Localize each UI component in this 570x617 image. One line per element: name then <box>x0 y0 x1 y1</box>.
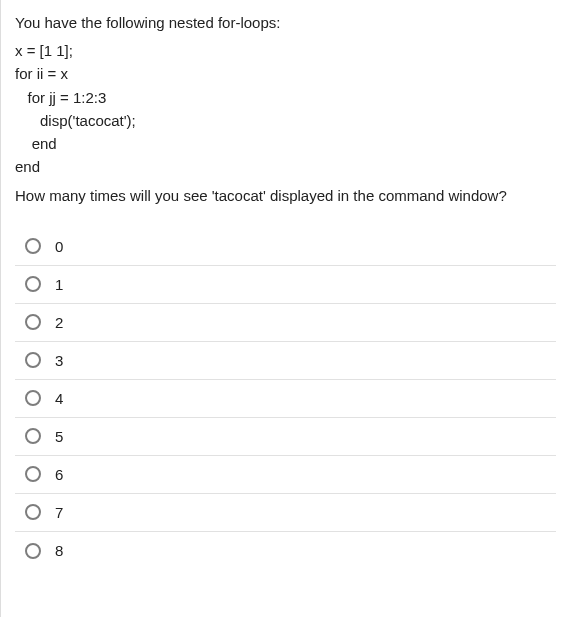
radio-icon[interactable] <box>25 543 41 559</box>
option-row[interactable]: 4 <box>15 380 556 418</box>
option-row[interactable]: 2 <box>15 304 556 342</box>
radio-icon[interactable] <box>25 276 41 292</box>
question-container: You have the following nested for-loops:… <box>0 0 570 617</box>
radio-icon[interactable] <box>25 466 41 482</box>
option-row[interactable]: 0 <box>15 228 556 266</box>
question-intro: You have the following nested for-loops: <box>15 14 556 31</box>
option-label: 2 <box>55 314 63 331</box>
radio-icon[interactable] <box>25 352 41 368</box>
question-prompt: How many times will you see 'tacocat' di… <box>15 187 556 204</box>
option-label: 1 <box>55 276 63 293</box>
option-label: 8 <box>55 542 63 559</box>
radio-icon[interactable] <box>25 314 41 330</box>
option-row[interactable]: 6 <box>15 456 556 494</box>
option-label: 6 <box>55 466 63 483</box>
options-list: 0 1 2 3 4 5 6 7 <box>15 228 556 570</box>
option-label: 7 <box>55 504 63 521</box>
option-label: 4 <box>55 390 63 407</box>
radio-icon[interactable] <box>25 428 41 444</box>
radio-icon[interactable] <box>25 238 41 254</box>
option-row[interactable]: 7 <box>15 494 556 532</box>
option-label: 0 <box>55 238 63 255</box>
option-row[interactable]: 8 <box>15 532 556 570</box>
option-label: 5 <box>55 428 63 445</box>
option-row[interactable]: 3 <box>15 342 556 380</box>
option-row[interactable]: 1 <box>15 266 556 304</box>
option-label: 3 <box>55 352 63 369</box>
option-row[interactable]: 5 <box>15 418 556 456</box>
radio-icon[interactable] <box>25 504 41 520</box>
radio-icon[interactable] <box>25 390 41 406</box>
question-code: x = [1 1]; for ii = x for jj = 1:2:3 dis… <box>15 39 556 179</box>
